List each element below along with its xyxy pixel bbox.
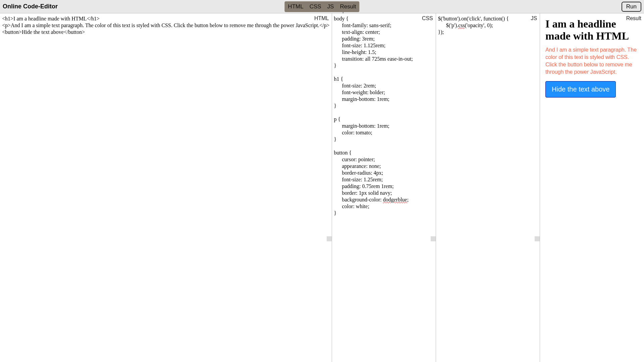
result-headline: I am a headline made with HTML [545, 18, 639, 42]
html-editor[interactable]: <h1>I am a headline made with HTML</h1> … [0, 13, 332, 241]
result-preview: I am a headline made with HTML And I am … [540, 13, 644, 102]
css-error-underline: dodgerblue [383, 197, 407, 202]
css-code-pre: body { font-family: sans-serif; text-ali… [334, 16, 413, 202]
toggle-js[interactable]: JS [326, 2, 335, 11]
panes-container: HTML <h1>I am a headline made with HTML<… [0, 13, 644, 362]
toggle-html[interactable]: HTML [286, 2, 305, 11]
toolbar: Online Code-Editor HTML CSS JS Result Ru… [0, 0, 644, 13]
result-hide-button[interactable]: Hide the text above [545, 81, 616, 98]
css-editor[interactable]: body { font-family: sans-serif; text-ali… [332, 13, 436, 241]
pane-js: JS $('button').on('click', function() { … [436, 13, 540, 362]
toggle-result[interactable]: Result [338, 2, 357, 11]
run-button[interactable]: Run [622, 2, 641, 12]
pane-css: CSS body { font-family: sans-serif; text… [332, 13, 436, 362]
js-editor[interactable]: $('button').on('click', function() { $('… [436, 13, 540, 241]
pane-toggles: HTML CSS JS Result [284, 1, 359, 12]
js-error-underline: css [458, 22, 465, 28]
toggle-css[interactable]: CSS [308, 2, 323, 11]
pane-html: HTML <h1>I am a headline made with HTML<… [0, 13, 332, 362]
app-title: Online Code-Editor [3, 3, 58, 10]
pane-result: Result I am a headline made with HTML An… [540, 13, 644, 362]
result-paragraph: And I am a simple text paragraph. The co… [545, 46, 639, 76]
